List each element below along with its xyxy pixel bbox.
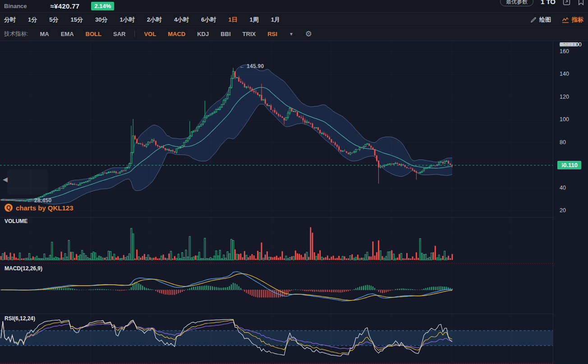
low-price-annotation: ← 28.450 — [27, 197, 51, 204]
rsi-panel-label: RSI(6,12,24) — [5, 315, 35, 322]
rsi-tick: 0 — [560, 41, 563, 48]
price-tick: 20 — [560, 207, 566, 214]
price-tick: 80 — [560, 139, 566, 146]
price-tick: 160 — [560, 48, 569, 55]
chart-area[interactable]: ◀ ← 145.90 ← 28.450 Q charts by QKL123 V… — [0, 41, 588, 364]
high-price-annotation: ← 145.90 — [239, 63, 264, 69]
price-tick: 140 — [560, 71, 569, 77]
macd-panel-label: MACD(12,26,9) — [5, 265, 42, 272]
watermark: Q charts by QKL123 — [5, 204, 74, 212]
current-price-tag: 60.110 — [557, 161, 581, 169]
price-axis[interactable]: 1601401201008040201800000120000060000001… — [553, 41, 588, 364]
trading-chart-app: Binance ≈¥420.77 2.14% 最优参数 1 TO 分时 1分 5… — [0, 0, 588, 364]
chart-canvas[interactable] — [0, 0, 588, 364]
price-tick: 120 — [560, 94, 569, 100]
watermark-text: charts by QKL123 — [16, 204, 74, 212]
scroll-left-icon[interactable]: ◀ — [3, 176, 8, 183]
history-hover-pad — [7, 169, 48, 195]
volume-panel-label: VOLUME — [5, 218, 28, 224]
qkl123-logo: Q — [5, 204, 13, 212]
price-tick: 40 — [560, 185, 566, 191]
price-tick: 100 — [560, 116, 569, 123]
